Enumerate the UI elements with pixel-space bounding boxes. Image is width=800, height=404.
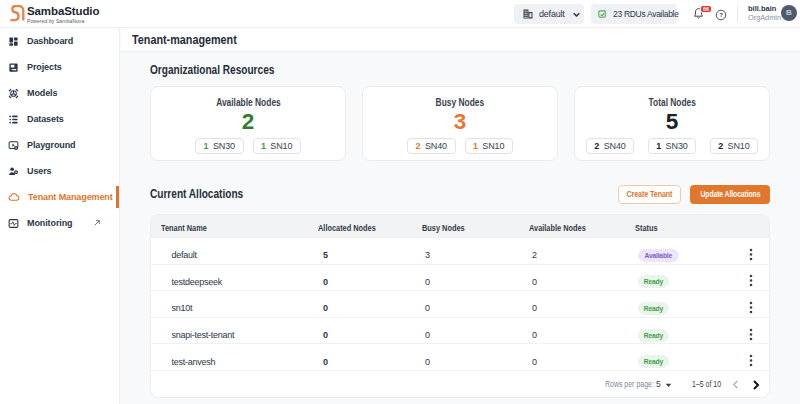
svg-text:?: ? [719, 12, 723, 18]
